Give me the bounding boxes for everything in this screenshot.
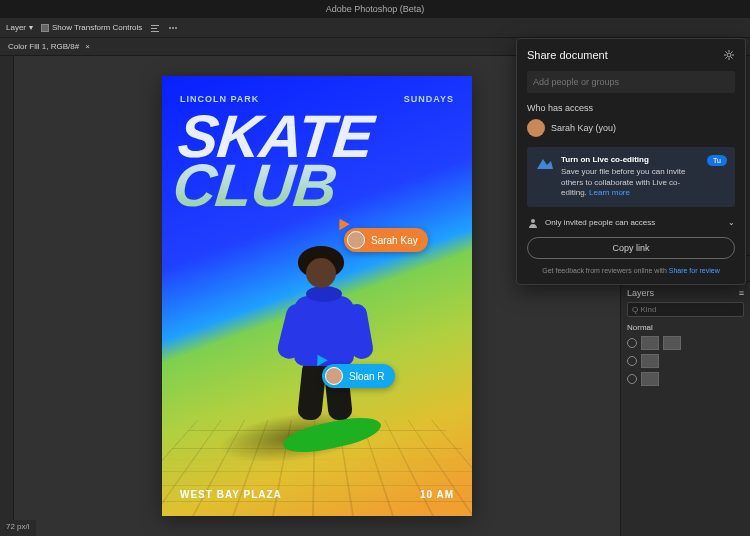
align-icon [150,23,160,33]
poster-bottom-right: 10 AM [420,489,454,500]
coediting-icon [535,155,555,173]
access-level-dropdown[interactable]: Only invited people can access ⌄ [527,217,735,229]
svg-point-5 [175,27,177,29]
feedback-hint: Get feedback from reviewers online with … [527,267,735,274]
document-tab-name: Color Fill 1, RGB/8# [8,42,79,51]
layer-thumb [663,336,681,350]
svg-point-7 [531,219,535,223]
layer-kind-filter[interactable] [627,302,744,317]
share-for-review-link[interactable]: Share for review [669,267,720,274]
align-icons-group[interactable] [150,23,160,33]
layer-row[interactable] [627,334,744,352]
svg-rect-1 [151,28,157,29]
layer-thumb [641,372,659,386]
chevron-down-icon: ▾ [29,23,33,32]
visibility-icon[interactable] [627,356,637,366]
blend-mode-row[interactable]: Normal [627,321,744,334]
svg-point-3 [169,27,171,29]
layers-panel: Layers ≡ Normal [621,282,750,536]
options-toolbar: Layer ▾ Show Transform Controls [0,18,750,38]
svg-rect-0 [151,25,159,26]
show-transform-checkbox[interactable]: Show Transform Controls [41,23,142,32]
layer-thumb [641,336,659,350]
share-people-input[interactable] [527,71,735,93]
layers-title: Layers [627,288,654,298]
share-title: Share document [527,49,608,61]
layer-row[interactable] [627,352,744,370]
avatar [527,119,545,137]
layer-row[interactable] [627,370,744,388]
access-user-row: Sarah Kay (you) [527,119,735,137]
collab-cursor-user2: Sloan R [322,364,395,388]
close-icon[interactable]: × [85,42,90,51]
layer-thumb [641,354,659,368]
left-toolbar[interactable] [0,56,14,536]
chevron-down-icon: ⌄ [728,218,735,227]
poster-top-right: SUNDAYS [404,94,454,104]
promo-cta-button[interactable]: Tu [707,155,727,166]
poster-artwork: LINCOLN PARK SUNDAYS SKATE CLUB WEST BAY… [162,76,472,516]
zoom-info: 72 px/i [6,522,30,531]
svg-point-4 [172,27,174,29]
people-icon [527,217,539,229]
who-has-access-label: Who has access [527,103,735,113]
skater-figure [252,226,402,456]
feedback-prefix: Get feedback from reviewers online with [542,267,668,274]
coediting-promo: Turn on Live co-editing Save your file b… [527,147,735,207]
app-titlebar: Adobe Photoshop (Beta) [0,0,750,18]
owner-name: Sarah Kay (you) [551,123,616,133]
transform-label: Show Transform Controls [52,23,142,32]
visibility-icon[interactable] [627,338,637,348]
status-bar: 72 px/i [0,520,36,536]
learn-more-link[interactable]: Learn more [589,188,630,197]
checkbox-icon [41,24,49,32]
promo-title: Turn on Live co-editing [561,155,701,165]
app-title: Adobe Photoshop (Beta) [326,4,425,14]
collab-cursor-user1: Sarah Kay [344,228,428,252]
gear-icon[interactable] [723,49,735,61]
avatar [347,231,365,249]
panel-menu-icon[interactable]: ≡ [739,288,744,298]
poster-bottom-left: WEST BAY PLAZA [180,489,282,500]
svg-rect-2 [151,31,159,32]
collab-user1-name: Sarah Kay [371,235,418,246]
layer-dropdown[interactable]: Layer ▾ [6,23,33,32]
layer-label: Layer [6,23,26,32]
access-text: Only invited people can access [545,218,655,227]
svg-point-6 [727,53,731,57]
share-document-panel: Share document Who has access Sarah Kay … [516,38,746,285]
blend-mode-label: Normal [627,323,653,332]
copy-link-button[interactable]: Copy link [527,237,735,259]
collab-user2-name: Sloan R [349,371,385,382]
avatar [325,367,343,385]
visibility-icon[interactable] [627,374,637,384]
poster-title: SKATE CLUB [171,112,375,210]
more-options-icon[interactable] [168,23,178,33]
